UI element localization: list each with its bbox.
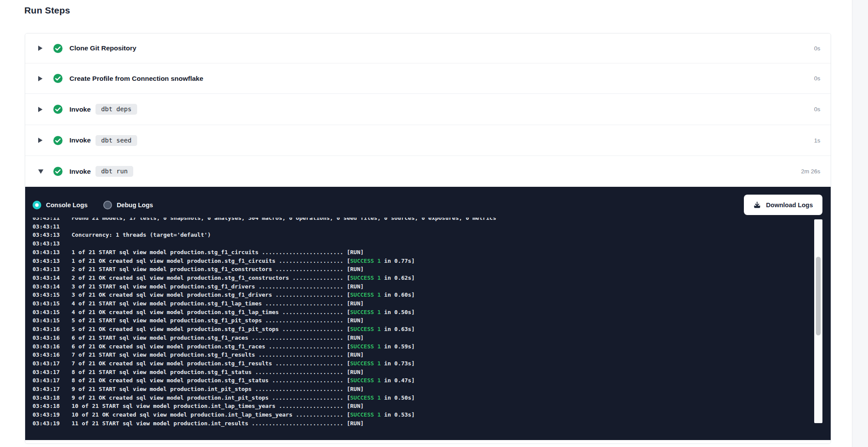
log-scrollbar-thumb[interactable] [816,257,821,335]
log-scrollbar-track[interactable] [814,219,822,423]
run-steps-card: Clone Git Repository 0s Create Profile f… [25,33,831,444]
chevron-right-icon[interactable] [38,107,45,112]
step-row-invoke-dbt-seed[interactable]: Invoke dbt seed 1s [25,125,831,156]
log-line: 03:43:178 of 21 OK created sql view mode… [33,376,811,385]
step-row-invoke-dbt-deps[interactable]: Invoke dbt deps 0s [25,94,831,125]
step-duration: 0s [814,45,820,52]
log-line: 03:43:131 of 21 OK created sql view mode… [33,257,811,265]
command-badge: dbt run [95,166,133,177]
log-toolbar: Console Logs Debug Logs Download Logs [33,195,822,215]
log-panel: Console Logs Debug Logs Download Logs 03… [25,187,831,440]
step-duration: 0s [814,75,820,82]
success-check-icon [53,136,63,146]
log-line: 03:43:177 of 21 OK created sql view mode… [33,359,811,368]
radio-selected-icon[interactable] [33,201,41,209]
log-line: 03:43:13Concurrency: 1 threads (target='… [33,231,811,239]
step-row-invoke-dbt-run[interactable]: Invoke dbt run 2m 26s [25,156,831,187]
radio-unselected-icon[interactable] [103,201,112,209]
page-title: Run Steps [24,5,70,16]
log-line: 03:43:1910 of 21 OK created sql view mod… [33,411,811,419]
step-label: Invoke [69,136,91,144]
log-line: 03:43:178 of 21 START sql view model pro… [33,368,811,377]
log-lines: 03:43:11Found 21 models, 17 tests, 0 sna… [33,218,811,428]
step-duration: 1s [814,137,820,144]
log-line: 03:43:1810 of 21 START sql view model pr… [33,402,811,411]
log-line: 03:43:154 of 21 START sql view model pro… [33,299,811,308]
download-icon [753,201,761,209]
log-line: 03:43:131 of 21 START sql view model pro… [33,248,811,257]
log-line: 03:43:13 [33,239,811,248]
step-row-create-profile[interactable]: Create Profile from Connection snowflake… [25,63,831,94]
log-line: 03:43:154 of 21 OK created sql view mode… [33,308,811,317]
chevron-down-icon[interactable] [38,169,45,174]
log-type-radio-group: Console Logs Debug Logs [33,201,153,209]
success-check-icon [53,104,63,114]
step-label: Invoke [69,168,91,175]
log-line: 03:43:155 of 21 START sql view model pro… [33,316,811,325]
log-line: 03:43:165 of 21 OK created sql view mode… [33,325,811,334]
chevron-right-icon[interactable] [38,76,45,81]
debug-logs-label[interactable]: Debug Logs [117,202,153,209]
log-line: 03:43:142 of 21 OK created sql view mode… [33,274,811,282]
debug-logs-radio[interactable]: Debug Logs [103,201,153,209]
step-row-clone-git-repository[interactable]: Clone Git Repository 0s [25,33,831,63]
log-line: 03:43:167 of 21 START sql view model pro… [33,351,811,359]
log-line: 03:43:1911 of 21 START sql view model pr… [33,419,811,428]
console-logs-radio[interactable]: Console Logs [33,201,88,209]
page-right-gutter [852,0,868,447]
success-check-icon [53,166,63,176]
step-duration: 0s [814,106,820,113]
step-label: Clone Git Repository [69,44,136,52]
success-check-icon [53,73,63,83]
log-line: 03:43:132 of 21 START sql view model pro… [33,265,811,274]
card-bottom-gap [25,440,831,444]
download-logs-label: Download Logs [766,202,813,209]
download-logs-button[interactable]: Download Logs [744,195,822,215]
log-line: 03:43:11 [33,222,811,231]
console-log-output[interactable]: 03:43:11Found 21 models, 17 tests, 0 sna… [33,218,811,432]
log-line: 03:43:143 of 21 START sql view model pro… [33,282,811,291]
log-line: 03:43:179 of 21 START sql view model pro… [33,385,811,394]
success-check-icon [53,43,63,53]
step-label: Invoke [69,106,91,113]
command-badge: dbt seed [95,135,137,146]
log-line: 03:43:11Found 21 models, 17 tests, 0 sna… [33,218,811,222]
step-label: Create Profile from Connection snowflake [69,75,203,83]
step-duration: 2m 26s [801,168,820,175]
console-logs-label[interactable]: Console Logs [46,202,88,209]
log-line: 03:43:166 of 21 START sql view model pro… [33,334,811,342]
chevron-right-icon[interactable] [38,138,45,143]
log-line: 03:43:153 of 21 OK created sql view mode… [33,291,811,299]
command-badge: dbt deps [95,104,137,115]
log-line: 03:43:189 of 21 OK created sql view mode… [33,394,811,402]
chevron-right-icon[interactable] [38,46,45,51]
log-line: 03:43:166 of 21 OK created sql view mode… [33,342,811,351]
